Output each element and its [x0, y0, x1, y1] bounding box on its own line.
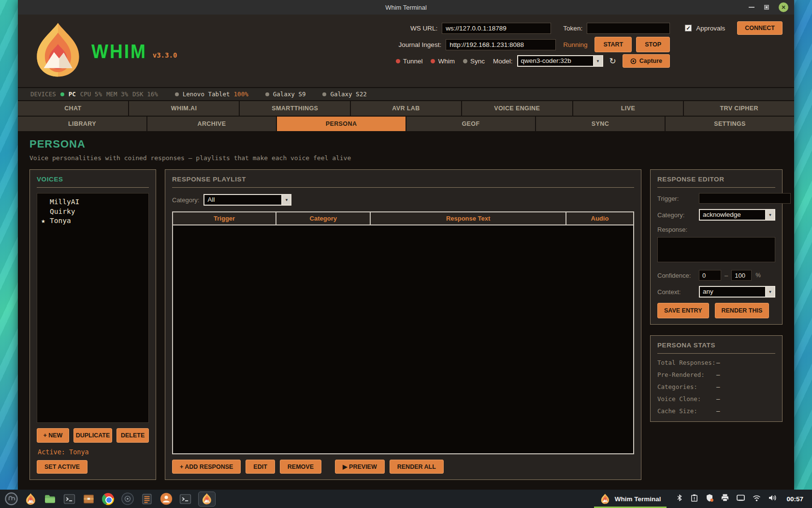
- close-icon[interactable]: ✕: [779, 2, 788, 12]
- menu-icon[interactable]: [5, 493, 18, 506]
- tab-row-secondary: LIBRARY ARCHIVE PERSONA GEOF SYNC SETTIN…: [18, 117, 794, 131]
- clipboard-icon[interactable]: [690, 493, 698, 504]
- stop-button[interactable]: STOP: [636, 37, 670, 52]
- restore-icon[interactable]: [764, 5, 769, 10]
- chevron-down-icon[interactable]: ▼: [593, 56, 602, 66]
- refresh-icon[interactable]: ↻: [609, 56, 616, 66]
- volume-icon[interactable]: [768, 493, 777, 504]
- minimize-icon[interactable]: [749, 7, 754, 8]
- duplicate-voice-button[interactable]: DUPLICATE: [73, 428, 113, 443]
- connect-button[interactable]: CONNECT: [737, 21, 783, 35]
- tab-geof[interactable]: GEOF: [406, 117, 536, 131]
- device-status-dot: [322, 92, 326, 96]
- record-icon[interactable]: [121, 493, 134, 506]
- new-voice-button[interactable]: + NEW: [37, 428, 69, 443]
- terminal-icon[interactable]: [63, 493, 76, 506]
- whim-logo-icon: [29, 17, 87, 82]
- capture-button[interactable]: Capture: [623, 54, 670, 68]
- ws-url-input[interactable]: [442, 23, 551, 34]
- confidence-max-input[interactable]: [731, 270, 752, 281]
- remove-response-button[interactable]: REMOVE: [280, 460, 321, 474]
- category-filter-select[interactable]: All ▼: [203, 194, 291, 206]
- tab-smartthings[interactable]: SMARTTHINGS: [240, 101, 351, 116]
- whim-indicator: Whim: [431, 58, 455, 65]
- device-galaxy-s22[interactable]: Galaxy S22: [322, 90, 366, 98]
- playlist-table[interactable]: Trigger Category Response Text Audio: [172, 211, 634, 454]
- edit-response-button[interactable]: EDIT: [246, 460, 275, 474]
- tab-sync[interactable]: SYNC: [536, 117, 666, 131]
- tab-avr-lab[interactable]: AVR LAB: [351, 101, 462, 116]
- tab-archive[interactable]: ARCHIVE: [147, 117, 277, 131]
- render-all-button[interactable]: RENDER ALL: [390, 460, 444, 474]
- titlebar[interactable]: Whim Terminal ✕: [18, 0, 794, 15]
- voice-item-tonya[interactable]: ★ Tonya: [41, 216, 145, 226]
- trigger-input[interactable]: [699, 193, 791, 204]
- range-dash: –: [725, 272, 728, 279]
- journal-ingest-input[interactable]: [446, 39, 556, 50]
- files-icon[interactable]: [44, 493, 57, 506]
- journal-ingest-label: Journal Ingest:: [399, 41, 442, 48]
- approvals-checkbox[interactable]: ✓: [685, 25, 692, 31]
- chrome-icon[interactable]: [102, 493, 115, 506]
- voice-name: Tonya: [50, 216, 71, 226]
- terminal2-icon[interactable]: [179, 493, 192, 506]
- device-lenovo-tablet[interactable]: Lenovo Tablet 100%: [175, 90, 248, 98]
- tab-trv-cipher[interactable]: TRV CIPHER: [684, 101, 794, 116]
- tab-persona[interactable]: PERSONA: [277, 117, 406, 131]
- confidence-min-input[interactable]: [699, 270, 721, 281]
- pc-name[interactable]: PC: [69, 90, 76, 98]
- taskbar-clock[interactable]: 00:57: [786, 495, 803, 503]
- device-battery: 100%: [234, 90, 248, 98]
- chevron-down-icon[interactable]: ▼: [765, 210, 774, 220]
- delete-voice-button[interactable]: DELETE: [116, 428, 149, 443]
- tab-settings[interactable]: SETTINGS: [666, 117, 794, 131]
- column-header-audio[interactable]: Audio: [566, 212, 633, 224]
- tab-row-primary: CHAT WHIM.AI SMARTTHINGS AVR LAB VOICE E…: [18, 101, 794, 116]
- response-editor-panel: RESPONSE EDITOR Trigger: Category: ackno…: [650, 169, 783, 325]
- tab-live[interactable]: LIVE: [573, 101, 684, 116]
- set-active-button[interactable]: SET ACTIVE: [37, 460, 87, 474]
- preview-button[interactable]: ▶ PREVIEW: [335, 460, 385, 474]
- editor-category-select[interactable]: acknowledge ▼: [699, 209, 775, 221]
- notes-icon[interactable]: [140, 493, 153, 506]
- render-this-button[interactable]: RENDER THIS: [715, 303, 769, 318]
- chevron-down-icon[interactable]: ▼: [281, 195, 290, 205]
- shield-icon[interactable]: [705, 493, 714, 504]
- stat-voice-clone: Voice Clone: —: [657, 395, 775, 403]
- voice-item-quirky[interactable]: Quirky: [41, 207, 145, 217]
- token-input[interactable]: [587, 23, 670, 34]
- user-icon[interactable]: [160, 493, 173, 506]
- voice-name: Quirky: [50, 207, 75, 217]
- app-header: WHIM v3.3.0 WS URL: Token: ✓ Approvals C…: [18, 15, 794, 87]
- package-icon[interactable]: [82, 493, 95, 506]
- display-icon[interactable]: [736, 493, 745, 504]
- tab-library[interactable]: LIBRARY: [18, 117, 147, 131]
- voice-item-millyai[interactable]: MillyAI: [41, 197, 145, 207]
- window-controls: ✕: [749, 0, 788, 15]
- tab-whim-ai[interactable]: WHIM.AI: [129, 101, 240, 116]
- save-entry-button[interactable]: SAVE ENTRY: [657, 303, 709, 318]
- taskbar-window-button[interactable]: Whim Terminal: [592, 490, 669, 508]
- response-textarea[interactable]: [657, 237, 775, 262]
- column-header-response-text[interactable]: Response Text: [371, 212, 566, 224]
- whim-active-app-icon[interactable]: [198, 492, 216, 507]
- voices-listbox[interactable]: MillyAI Quirky ★ Tonya: [37, 193, 149, 423]
- percent-sign: %: [755, 272, 761, 279]
- add-response-button[interactable]: + ADD RESPONSE: [172, 460, 241, 474]
- dsk-stat: DSK 16%: [132, 90, 158, 98]
- printer-icon[interactable]: [721, 493, 729, 504]
- column-header-category[interactable]: Category: [276, 212, 371, 224]
- context-select[interactable]: any ▼: [699, 286, 775, 298]
- wifi-icon[interactable]: [752, 494, 761, 504]
- playlist-table-body[interactable]: [173, 225, 633, 453]
- model-select[interactable]: qwen3-coder:32b ▼: [517, 55, 603, 67]
- device-galaxy-s9[interactable]: Galaxy S9: [265, 90, 306, 98]
- column-header-trigger[interactable]: Trigger: [173, 212, 276, 224]
- start-button[interactable]: START: [594, 37, 632, 52]
- bluetooth-icon[interactable]: [676, 493, 683, 504]
- tab-chat[interactable]: CHAT: [18, 101, 129, 116]
- whim-flame-icon[interactable]: [24, 493, 37, 506]
- app-version: v3.3.0: [153, 51, 177, 59]
- tab-voice-engine[interactable]: VOICE ENGINE: [462, 101, 573, 116]
- chevron-down-icon[interactable]: ▼: [765, 287, 774, 297]
